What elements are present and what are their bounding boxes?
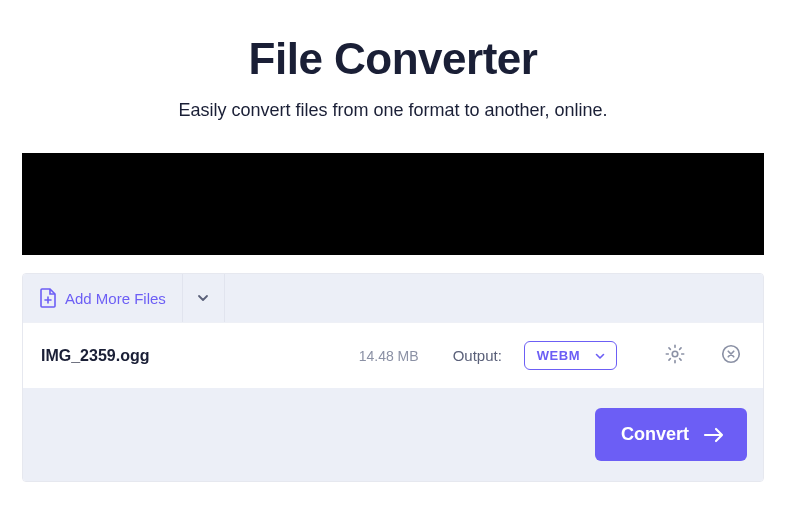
- svg-point-0: [672, 351, 678, 357]
- output-label: Output:: [453, 347, 502, 364]
- page-title: File Converter: [0, 34, 786, 84]
- ad-banner: [22, 153, 764, 255]
- file-row: IMG_2359.ogg 14.48 MB Output: WEBM: [23, 322, 763, 388]
- file-size: 14.48 MB: [359, 348, 419, 364]
- settings-button[interactable]: [661, 342, 689, 370]
- page-subtitle: Easily convert files from one format to …: [0, 100, 786, 121]
- panel-header: Add More Files: [23, 274, 763, 322]
- arrow-right-icon: [703, 426, 725, 444]
- close-circle-icon: [720, 343, 742, 369]
- panel-footer: Convert: [23, 388, 763, 481]
- output-format-value: WEBM: [537, 348, 580, 363]
- chevron-down-icon: [594, 350, 606, 362]
- remove-file-button[interactable]: [717, 342, 745, 370]
- output-format-select[interactable]: WEBM: [524, 341, 617, 370]
- chevron-down-icon: [196, 291, 210, 305]
- convert-button[interactable]: Convert: [595, 408, 747, 461]
- file-add-icon: [39, 288, 57, 308]
- add-more-dropdown-button[interactable]: [183, 274, 225, 322]
- gear-icon: [664, 343, 686, 369]
- converter-panel: Add More Files IMG_2359.ogg 14.48 MB Out…: [22, 273, 764, 482]
- convert-button-label: Convert: [621, 424, 689, 445]
- add-more-files-label: Add More Files: [65, 290, 166, 307]
- file-name: IMG_2359.ogg: [41, 347, 343, 365]
- add-more-files-button[interactable]: Add More Files: [23, 274, 183, 322]
